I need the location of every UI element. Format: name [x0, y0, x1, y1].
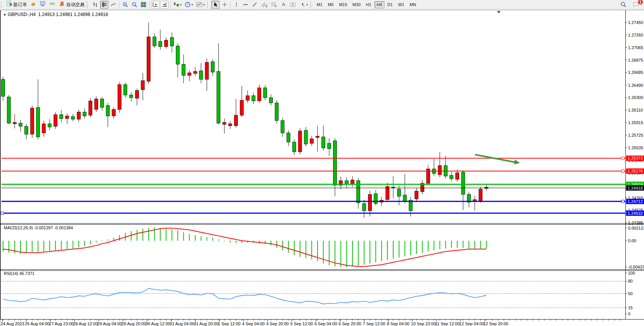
- candle-18: [106, 105, 110, 116]
- new-order-button[interactable]: 新订单: [5, 1, 28, 9]
- svg-text:4 Sep 20:00: 4 Sep 20:00: [266, 321, 289, 326]
- timeframe-m1-button[interactable]: M1: [314, 1, 325, 8]
- auto-scroll-icon: [152, 2, 158, 8]
- svg-text:29 Aug 20:00: 29 Aug 20:00: [121, 321, 146, 326]
- zoom-out-button[interactable]: [130, 1, 139, 9]
- candle-23: [135, 90, 139, 98]
- auto-trading-label: 自动交易: [66, 2, 84, 8]
- chart-symbol-period: GBPUSD-,H4: [8, 12, 35, 17]
- candle-47: [275, 103, 279, 120]
- timeframe-w1-button[interactable]: W1: [396, 1, 407, 8]
- ohlc-bars-icon: [92, 2, 98, 8]
- period-dropdown[interactable]: ▾: [183, 1, 194, 9]
- market-depth-button[interactable]: [38, 1, 47, 9]
- svg-text:80: 80: [628, 279, 633, 283]
- candle-63: [368, 194, 371, 211]
- candle-34: [199, 71, 203, 79]
- candle-75: [438, 166, 442, 175]
- auto-scroll-button[interactable]: [151, 1, 159, 9]
- styler-button[interactable]: [29, 1, 38, 9]
- hline-handle-1.25176[interactable]: [622, 170, 624, 173]
- trendline-icon: [252, 2, 258, 8]
- fibonacci-tool-button[interactable]: F: [269, 1, 279, 9]
- candle-8: [48, 124, 51, 127]
- tile-windows-button[interactable]: [139, 1, 148, 9]
- toolbar-grip[interactable]: [310, 2, 313, 8]
- candle-48: [281, 120, 284, 133]
- text-label-tool-button[interactable]: T: [289, 1, 298, 9]
- rsi-value: 45.7371: [19, 271, 35, 276]
- price-close: 1.24918: [92, 12, 108, 17]
- timeframe-m5-button[interactable]: M5: [325, 1, 336, 8]
- collapse-arrow-icon[interactable]: ▼: [3, 13, 6, 17]
- svg-text:6 Sep 04:00: 6 Sep 04:00: [314, 321, 337, 326]
- toolbar-grip[interactable]: [87, 2, 89, 8]
- svg-text:1 Sep 12:00: 1 Sep 12:00: [218, 321, 241, 326]
- template-dropdown[interactable]: ▾: [195, 1, 206, 9]
- new-order-icon: [6, 1, 12, 8]
- candle-32: [188, 73, 191, 75]
- text-label-icon: T: [290, 2, 296, 8]
- toolbar-grip[interactable]: [207, 2, 210, 8]
- svg-text:0.00: 0.00: [628, 238, 636, 243]
- candle-27: [159, 42, 162, 47]
- candle-50: [293, 142, 296, 152]
- price-label-1.24532: 1.24532: [628, 211, 643, 216]
- candle-16: [94, 99, 98, 109]
- svg-text:12 Sep 20:00: 12 Sep 20:00: [483, 321, 508, 326]
- candle-24: [141, 81, 145, 90]
- toolbar-grip[interactable]: [1, 2, 3, 8]
- timeframe-m15-button[interactable]: M15: [337, 1, 349, 8]
- chart-shift-button[interactable]: [160, 1, 169, 9]
- candle-28: [164, 40, 168, 46]
- candle-82: [479, 189, 482, 201]
- new-chart-dropdown[interactable]: ▾: [172, 1, 183, 9]
- svg-text:T: T: [292, 3, 294, 7]
- chevron-down-icon: ▾: [306, 3, 308, 6]
- bar-chart-type-button[interactable]: [91, 1, 99, 9]
- candle-71: [415, 191, 418, 199]
- hline-handle-1.24712[interactable]: [622, 200, 624, 203]
- candle-13: [77, 112, 80, 119]
- timeframe-mn-button[interactable]: MN: [407, 1, 418, 8]
- text-tool-button[interactable]: A: [279, 1, 288, 9]
- signals-button[interactable]: [48, 1, 57, 9]
- candle-7: [42, 124, 46, 133]
- candle-15: [89, 101, 92, 115]
- zoom-in-button[interactable]: [121, 1, 129, 9]
- auto-trading-button[interactable]: 自动交易: [57, 1, 86, 9]
- timeframe-h4-button[interactable]: H4: [375, 1, 384, 8]
- chart-canvas[interactable]: 1.274501.272601.270651.268751.266851.264…: [0, 0, 644, 326]
- trendline-tool-button[interactable]: [250, 1, 259, 9]
- main-toolbar: 新订单 自动交易: [0, 0, 644, 10]
- candle-9: [54, 115, 57, 126]
- search-button[interactable]: [619, 1, 628, 9]
- hline-handle-1.24532[interactable]: [1, 212, 4, 214]
- svg-text:1.27260: 1.27260: [628, 33, 643, 37]
- price-label-1.24712: 1.24712: [628, 199, 643, 204]
- candlestick-chart-type-button[interactable]: [100, 1, 108, 9]
- price-low: 1.24896: [74, 12, 90, 17]
- hline-handle-1.25373[interactable]: [622, 157, 624, 160]
- timeframe-m30-button[interactable]: M30: [350, 1, 363, 8]
- price-open: 1.24913: [38, 12, 54, 17]
- cursor-tool-button[interactable]: [211, 1, 220, 9]
- svg-text:1.26300: 1.26300: [628, 95, 643, 100]
- zoom-out-icon: [131, 2, 137, 8]
- horizontal-line-tool-button[interactable]: [241, 1, 250, 9]
- svg-text:4 Sep 04:00: 4 Sep 04:00: [242, 321, 265, 326]
- arrows-dropdown[interactable]: ▾: [298, 1, 309, 9]
- timeframe-d1-button[interactable]: D1: [385, 1, 395, 8]
- candlestick-icon: [101, 2, 107, 8]
- search-icon: [620, 1, 627, 8]
- notifications-button[interactable]: 1: [631, 1, 641, 9]
- crosshair-tool-button[interactable]: [220, 1, 229, 9]
- vertical-line-tool-button[interactable]: [232, 1, 241, 9]
- signal-icon: [49, 1, 56, 8]
- price-label-1.25176: 1.25176: [628, 169, 643, 173]
- candle-35: [205, 62, 209, 80]
- crosshair-icon: [222, 2, 228, 8]
- line-chart-type-button[interactable]: [109, 1, 118, 9]
- channel-tool-button[interactable]: E: [260, 1, 269, 9]
- timeframe-h1-button[interactable]: H1: [363, 1, 373, 8]
